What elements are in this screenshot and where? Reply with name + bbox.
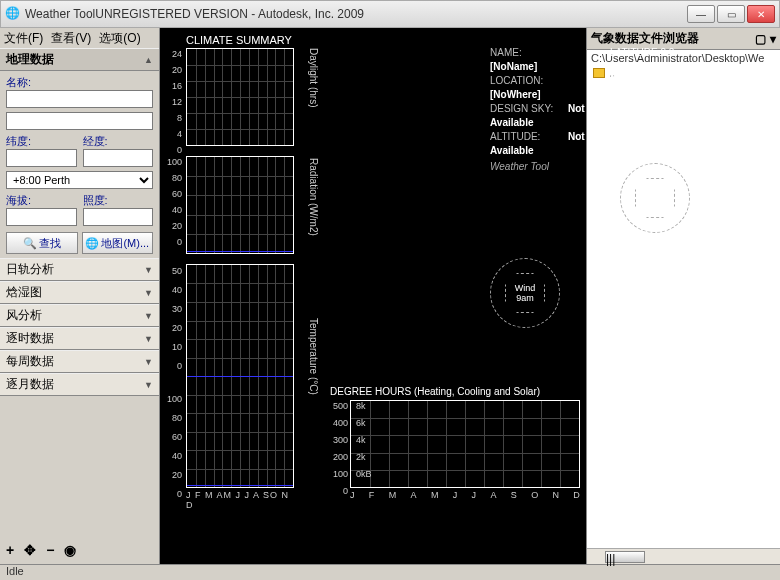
lon-label: 经度: — [83, 134, 154, 149]
left-sidebar: 文件(F) 查看(V) 选项(O) 地理数据 ▲ 名称: 纬度: 经度: +8:… — [0, 28, 160, 564]
radiation-chart — [186, 156, 294, 254]
name-label: 名称: — [6, 75, 153, 90]
timezone-select[interactable]: +8:00 Perth — [6, 171, 153, 189]
panel-wind[interactable]: 风分析▼ — [0, 304, 159, 327]
menu-file[interactable]: 文件(F) — [4, 30, 43, 47]
lat-input[interactable] — [6, 149, 77, 167]
temp-chart — [186, 264, 294, 488]
folder-icon — [593, 68, 605, 78]
radiation-yaxis: 100806040200 — [160, 154, 182, 250]
menu-view[interactable]: 查看(V) — [51, 30, 91, 47]
geo-header[interactable]: 地理数据 ▲ — [0, 48, 159, 71]
chevron-down-icon: ▼ — [144, 357, 153, 367]
zoom-out-icon[interactable]: − — [46, 542, 54, 558]
name-input[interactable] — [6, 90, 153, 108]
degree-title: DEGREE HOURS (Heating, Cooling and Solar… — [330, 386, 540, 397]
geo-header-label: 地理数据 — [6, 51, 54, 68]
chevron-down-icon: ▼ — [144, 288, 153, 298]
panel-weekly[interactable]: 每周数据▼ — [0, 350, 159, 373]
daylight-yaxis: 24201612840 — [164, 46, 182, 158]
app-icon: 🌐 — [5, 6, 21, 22]
geo-body: 名称: 纬度: 经度: +8:00 Perth 海拔: 照度: 🔍查找 🌐地图(… — [0, 71, 159, 258]
window-title: Weather ToolUNREGISTERED VERSION - Autod… — [25, 7, 687, 21]
titlebar: 🌐 Weather ToolUNREGISTERED VERSION - Aut… — [0, 0, 780, 28]
close-button[interactable]: ✕ — [747, 5, 775, 23]
status-bar: Idle — [0, 564, 780, 580]
globe-icon: 🌐 — [85, 237, 99, 250]
ill-label: 照度: — [83, 193, 154, 208]
chevron-down-icon: ▼ — [144, 265, 153, 275]
maximize-button[interactable]: ▭ — [717, 5, 745, 23]
radiation-axis-label: Radiation (W/m2) — [308, 158, 319, 236]
panel-hourly[interactable]: 逐时数据▼ — [0, 327, 159, 350]
chevron-down-icon: ▼ — [144, 334, 153, 344]
degree-yaxis-r: 8k6k4k2k0kB — [356, 398, 382, 483]
temp-yaxis-bot: 100806040200 — [160, 390, 182, 504]
menu-options[interactable]: 选项(O) — [99, 30, 140, 47]
name-input-2[interactable] — [6, 112, 153, 130]
map-label: 地图(M)... — [101, 236, 149, 251]
climate-title: CLIMATE SUMMARY — [186, 34, 292, 46]
zoom-in-icon[interactable]: + — [6, 542, 14, 558]
scroll-thumb[interactable]: ||| — [605, 551, 645, 563]
alt-input[interactable] — [6, 208, 77, 226]
crosshair-icon[interactable]: ✥ — [24, 542, 36, 558]
dropdown-icon[interactable]: ▾ — [770, 32, 776, 46]
climate-canvas: CLIMATE SUMMARY NAME:[NoName] LOCATION:[… — [160, 28, 586, 564]
info-left: NAME:[NoName] LOCATION:[NoWhere] DESIGN … — [490, 46, 586, 174]
wind-9am: Wind 9am — [490, 258, 560, 328]
panel-psych[interactable]: 焓湿图▼ — [0, 281, 159, 304]
h-scrollbar[interactable]: ||| — [587, 548, 780, 564]
chevron-up-icon: ▲ — [144, 55, 153, 65]
degree-chart — [350, 400, 580, 488]
chevron-down-icon: ▼ — [144, 311, 153, 321]
daylight-axis-label: Daylight (hrs) — [308, 48, 319, 107]
temp-axis-label: Temperature (°C) — [308, 318, 319, 395]
file-browser: 气象数据文件浏览器 ▢ ▾ C:\Users\Administrator\Des… — [586, 28, 780, 564]
ill-input[interactable] — [83, 208, 154, 226]
find-button[interactable]: 🔍查找 — [6, 232, 78, 254]
alt-label: 海拔: — [6, 193, 77, 208]
panel-monthly[interactable]: 逐月数据▼ — [0, 373, 159, 396]
search-icon: 🔍 — [23, 237, 37, 250]
minimize-button[interactable]: — — [687, 5, 715, 23]
menubar: 文件(F) 查看(V) 选项(O) — [0, 28, 159, 48]
daylight-chart — [186, 48, 294, 146]
months-xaxis: J F M AM J J A SO N D — [186, 490, 296, 510]
camera-icon[interactable]: ◉ — [64, 542, 76, 558]
degree-xaxis: JFMAMJJASOND — [350, 490, 580, 500]
temp-yaxis-top: 50403020100 — [164, 262, 182, 376]
degree-yaxis-l: 5004003002001000 — [322, 398, 348, 500]
panel-sun[interactable]: 日轨分析▼ — [0, 258, 159, 281]
map-button[interactable]: 🌐地图(M)... — [82, 232, 154, 254]
lon-input[interactable] — [83, 149, 154, 167]
lat-label: 纬度: — [6, 134, 77, 149]
chevron-down-icon: ▼ — [144, 380, 153, 390]
zoom-tools: + ✥ − ◉ — [0, 536, 159, 564]
tool-name: Weather Tool — [490, 160, 586, 174]
dock-icon[interactable]: ▢ — [755, 32, 766, 46]
find-label: 查找 — [39, 236, 61, 251]
